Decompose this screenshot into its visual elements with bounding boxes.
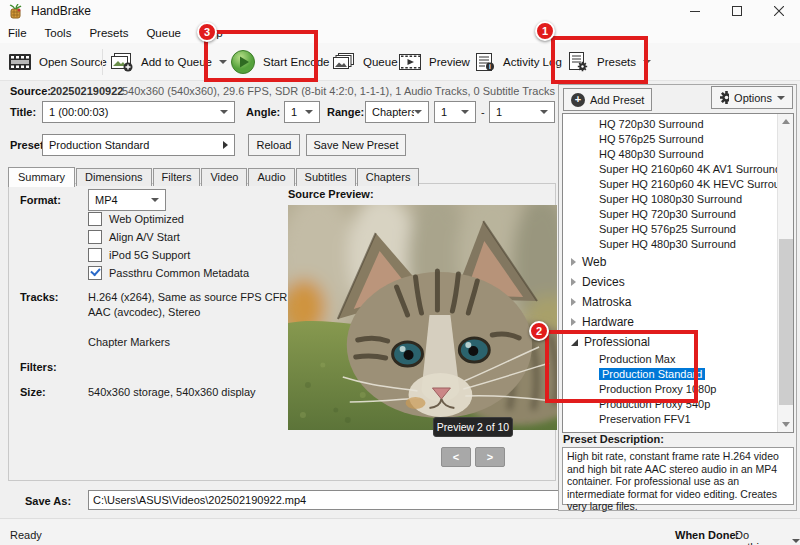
preview-prev-button[interactable]: < (441, 447, 471, 467)
activity-log-button[interactable]: i Activity Log (474, 43, 562, 81)
tab-video[interactable]: Video (201, 168, 247, 186)
preset-item[interactable]: Super HQ 576p25 Surround (563, 222, 777, 237)
source-preview-image (288, 205, 557, 430)
preset-item[interactable]: HQ 720p30 Surround (563, 117, 777, 132)
checkbox-web-optimized[interactable]: Web Optimized (88, 212, 184, 226)
preset-category-devices[interactable]: Devices (563, 272, 777, 292)
preview-icon (398, 52, 422, 72)
scrollbar-thumb[interactable] (779, 239, 793, 405)
scroll-up-icon[interactable] (778, 114, 794, 129)
web-optimized-checkbox-icon (88, 212, 102, 226)
format-label: Format: (20, 194, 61, 206)
presets-scrollbar[interactable] (777, 114, 793, 432)
range-to-caret-icon (540, 110, 548, 114)
reload-button[interactable]: Reload (248, 134, 300, 156)
collapsed-triangle-icon (571, 298, 576, 306)
tab-filters[interactable]: Filters (153, 168, 201, 186)
title-caret-icon (220, 110, 228, 114)
preset-item[interactable]: Super HQ 2160p60 4K AV1 Surround (563, 162, 777, 177)
range-to-select[interactable]: 1 (489, 101, 555, 123)
range-type-caret-icon (414, 110, 422, 114)
format-value: MP4 (95, 194, 151, 206)
open-source-label: Open Source (39, 56, 107, 68)
tab-chapters[interactable]: Chapters (357, 168, 420, 186)
category-label: Web (582, 255, 606, 269)
annotation-step-1-badge: 1 (535, 21, 555, 41)
add-to-queue-label: Add to Queue (141, 56, 212, 68)
status-bar: Ready When Done: Do nothing (0, 518, 800, 545)
menu-presets[interactable]: Presets (89, 27, 128, 39)
tracks-audio-line: AAC (avcodec), Stereo (88, 306, 201, 318)
preset-description-label: Preset Description: (563, 433, 664, 445)
angle-select[interactable]: 1 (284, 101, 320, 123)
preset-item[interactable]: HQ 480p30 Surround (563, 147, 777, 162)
queue-button[interactable]: Queue (332, 43, 398, 81)
when-done-select[interactable]: Do nothing (735, 529, 800, 545)
source-name: 202502190922 (50, 85, 123, 97)
preset-item[interactable]: Super HQ 720p30 Surround (563, 207, 777, 222)
activity-log-icon: i (474, 52, 496, 72)
angle-caret-icon (305, 110, 313, 114)
maximize-button[interactable] (716, 0, 758, 22)
handbrake-window: HandBrake File Tools Presets Queue Help … (0, 0, 800, 545)
ipod-5g-checkbox-icon (88, 248, 102, 262)
tab-dimensions[interactable]: Dimensions (76, 168, 151, 186)
options-button[interactable]: Options (711, 86, 793, 109)
close-button[interactable] (758, 0, 800, 22)
preset-category-web[interactable]: Web (563, 252, 777, 272)
tab-summary[interactable]: Summary (8, 167, 75, 187)
category-label: Devices (582, 275, 625, 289)
add-preset-button[interactable]: + Add Preset (563, 88, 652, 111)
tab-subtitles[interactable]: Subtitles (296, 168, 356, 186)
preview-next-button[interactable]: > (475, 447, 505, 467)
preset-item[interactable]: HQ 576p25 Surround (563, 132, 777, 147)
checkbox-align-av-start[interactable]: Align A/V Start (88, 230, 180, 244)
source-preview-label: Source Preview: (288, 188, 374, 200)
web-optimized-label: Web Optimized (109, 213, 184, 225)
scroll-down-icon[interactable] (778, 417, 794, 432)
open-source-button[interactable]: Open Source (8, 43, 107, 81)
options-caret-icon (777, 96, 785, 100)
align-av-checkbox-icon (88, 230, 102, 244)
minimize-button[interactable] (674, 0, 716, 22)
menu-tools[interactable]: Tools (45, 27, 72, 39)
add-preset-label: Add Preset (590, 94, 644, 106)
save-new-preset-button[interactable]: Save New Preset (306, 134, 406, 156)
checkbox-passthru-metadata[interactable]: Passthru Common Metadata (88, 266, 249, 280)
preset-item[interactable]: Super HQ 2160p60 4K HEVC Surround (563, 177, 777, 192)
add-to-queue-icon (110, 52, 134, 72)
preview-label: Preview (429, 56, 470, 68)
preset-category-hardware[interactable]: Hardware (563, 312, 777, 332)
filters-label: Filters: (20, 361, 57, 373)
annotation-step-2-badge: 2 (529, 321, 549, 341)
status-text: Ready (10, 529, 42, 541)
size-value: 540x360 storage, 540x360 display (88, 386, 256, 398)
preset-category-matroska[interactable]: Matroska (563, 292, 777, 312)
preview-counter-badge: Preview 2 of 10 (433, 417, 513, 437)
title-value: 1 (00:00:03) (49, 106, 220, 118)
checkbox-ipod-5g[interactable]: iPod 5G Support (88, 248, 190, 262)
menu-file[interactable]: File (8, 27, 27, 39)
toolbar-separator (102, 49, 103, 75)
preview-button[interactable]: Preview (398, 43, 470, 81)
svg-text:i: i (489, 63, 491, 70)
preset-item[interactable]: Super HQ 480p30 Surround (563, 237, 777, 252)
menu-queue[interactable]: Queue (146, 27, 181, 39)
format-select[interactable]: MP4 (88, 189, 166, 211)
range-from-select[interactable]: 1 (434, 101, 476, 123)
preset-select[interactable]: Production Standard (42, 134, 235, 156)
range-from-value: 1 (441, 106, 461, 118)
annotation-box-professional (545, 330, 698, 403)
passthru-checkbox-icon (88, 266, 102, 280)
tab-audio[interactable]: Audio (248, 168, 294, 186)
range-type-select[interactable]: Chapters (365, 101, 429, 123)
title-bar: HandBrake (0, 0, 800, 22)
preset-item-preservation-ffv1[interactable]: Preservation FFV1 (563, 412, 777, 427)
title-select[interactable]: 1 (00:00:03) (42, 101, 235, 123)
queue-label: Queue (363, 56, 398, 68)
preset-item[interactable]: Super HQ 1080p30 Surround (563, 192, 777, 207)
format-caret-icon (151, 198, 159, 202)
category-label: Matroska (582, 295, 631, 309)
plus-icon: + (571, 93, 585, 107)
preset-submenu-arrow-icon (223, 141, 228, 149)
